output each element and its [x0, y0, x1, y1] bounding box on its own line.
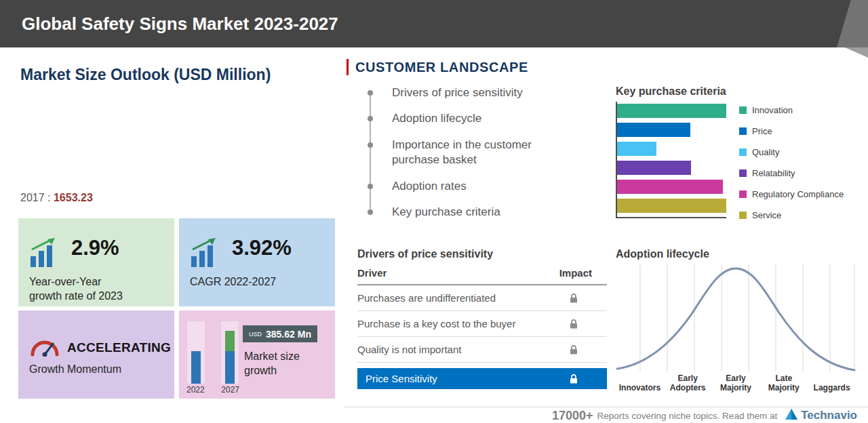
metric-cards: 2.9% Year-over-Year growth rate of 2023 … — [18, 218, 335, 399]
customer-landscape-list: Drivers of price sensitivity Adoption li… — [366, 85, 556, 231]
lock-icon — [569, 344, 578, 355]
page-title: Global Safety Signs Market 2023-2027 — [22, 14, 338, 35]
mini-bar-2027 — [225, 331, 235, 384]
legend-item: Relatability — [739, 166, 861, 180]
footer: 17000+ Reports covering niche topics. Re… — [552, 408, 857, 423]
yoy-label: Year-over-Year growth rate of 2023 — [29, 275, 123, 304]
mini-column-2027 — [221, 321, 239, 384]
mini-bar-2022 — [191, 351, 201, 384]
header-decoration-band — [837, 0, 868, 47]
legend-item: Price — [739, 124, 861, 138]
report-count: 17000+ — [552, 409, 593, 423]
infographic-page: Global Safety Signs Market 2023-2027 Mar… — [0, 0, 868, 423]
badge-amount: 385.62 Mn — [266, 329, 311, 340]
kpc-bar-innovation — [617, 104, 726, 118]
kpc-bar-quality — [617, 142, 656, 156]
header-decoration-triangle — [845, 47, 868, 58]
legend-item: Service — [739, 208, 861, 222]
table-row: Purchase is a key cost to the buyer — [357, 311, 607, 337]
stage-label: Innovators — [616, 384, 664, 393]
legend-swatch-icon — [739, 190, 747, 198]
mini-column-2022 — [187, 321, 205, 384]
legend-swatch-icon — [739, 127, 747, 135]
list-item: Adoption rates — [366, 179, 556, 194]
table-row: Quality is not important — [357, 337, 607, 363]
growth-amount-badge: USD 385.62 Mn — [243, 325, 317, 342]
stage-label: EarlyMajority — [712, 374, 760, 393]
bullet-dot-icon — [368, 90, 373, 96]
lock-icon — [569, 374, 578, 384]
adoption-lifecycle-curve — [616, 263, 856, 373]
cagr-label: CAGR 2022-2027 — [190, 275, 276, 289]
stage-label: EarlyAdopters — [664, 374, 712, 393]
triangle-logo-icon — [785, 409, 797, 422]
legend-label: Price — [752, 126, 772, 136]
header-bar: Global Safety Signs Market 2023-2027 — [0, 0, 868, 47]
key-purchase-criteria-chart — [616, 102, 726, 218]
technavio-logo[interactable]: Technavio — [785, 409, 857, 422]
customer-landscape-title: CUSTOMER LANDSCAPE — [355, 60, 528, 75]
base-year-amount: 1653.23 — [54, 192, 93, 203]
base-year-label: 2017 — [20, 192, 45, 203]
year-start-label: 2022 — [186, 385, 205, 395]
market-size-mini-chart — [186, 319, 240, 384]
bullet-dot-icon — [368, 116, 373, 121]
bar-chart-up-arrow-icon — [29, 237, 64, 271]
footer-text: Reports covering niche topics. Read them… — [597, 411, 778, 421]
red-accent-bar — [347, 59, 349, 75]
price-sensitivity-title: Drivers of price sensitivity — [357, 248, 493, 260]
yoy-value: 2.9% — [71, 236, 119, 260]
legend-item: Quality — [739, 145, 861, 159]
legend-label: Regulatory Compliance — [752, 189, 844, 199]
brand-name: Technavio — [801, 409, 857, 422]
kpc-bar-price — [617, 123, 690, 137]
mini-bar-2027-green — [225, 331, 235, 351]
price-sensitivity-table: Driver Impact Purchases are undifferenti… — [357, 267, 607, 389]
yoy-growth-card: 2.9% Year-over-Year growth rate of 2023 — [18, 218, 174, 306]
legend-item: Innovation — [739, 103, 861, 117]
kpc-bar-regulatory-compliance — [617, 180, 723, 194]
momentum-label: Growth Momentum — [29, 363, 121, 376]
column-impact: Impact — [559, 267, 592, 279]
legend-swatch-icon — [739, 169, 747, 177]
legend-swatch-icon — [739, 148, 747, 156]
badge-currency: USD — [249, 331, 262, 338]
bar-chart-up-arrow-icon — [190, 237, 225, 271]
base-year-value: 2017 : 1653.23 — [20, 192, 93, 204]
cagr-card: 3.92% CAGR 2022-2027 — [179, 218, 335, 306]
momentum-value: ACCELERATING — [67, 340, 171, 355]
market-size-growth-card: 2022 2027 USD 385.62 Mn Market size grow… — [179, 310, 335, 399]
bullet-dot-icon — [368, 184, 373, 189]
list-item: Adoption lifecycle — [366, 111, 556, 126]
legend-item: Regulatory Compliance — [739, 187, 861, 201]
mini-chart-years: 2022 2027 — [186, 385, 240, 395]
bullet-dot-icon — [368, 142, 373, 148]
stage-label: Laggards — [808, 384, 856, 393]
speedometer-gauge-icon — [29, 336, 60, 359]
adoption-lifecycle-title: Adoption lifecycle — [616, 248, 709, 260]
cagr-value: 3.92% — [232, 236, 292, 260]
column-driver: Driver — [357, 267, 387, 279]
stage-label: LateMajority — [760, 374, 808, 393]
legend-swatch-icon — [739, 106, 747, 114]
key-purchase-criteria-legend: InnovationPriceQualityRelatabilityRegula… — [739, 103, 861, 229]
kpc-bar-service — [617, 199, 726, 213]
list-item: Key purchase criteria — [366, 205, 556, 220]
adoption-lifecycle-stage-labels: Innovators EarlyAdopters EarlyMajority L… — [616, 373, 856, 393]
legend-label: Relatability — [752, 168, 795, 178]
mini-bar-2027-blue — [225, 351, 235, 384]
list-item: Importance in the customer purchase bask… — [366, 138, 556, 168]
lock-icon — [569, 319, 578, 329]
base-year-separator: : — [47, 192, 54, 203]
footer-divider — [344, 407, 868, 407]
legend-label: Service — [752, 210, 781, 220]
growth-momentum-card: ACCELERATING Growth Momentum — [18, 310, 174, 399]
market-size-outlook-title: Market Size Outlook (USD Million) — [20, 66, 271, 84]
price-sensitivity-highlight-row: Price Sensitivity — [357, 368, 607, 389]
legend-label: Innovation — [752, 105, 793, 115]
lock-icon — [569, 293, 578, 304]
legend-swatch-icon — [739, 212, 747, 219]
legend-label: Quality — [752, 147, 779, 157]
bullet-dot-icon — [368, 209, 373, 215]
key-purchase-criteria-title: Key purchase criteria — [616, 85, 726, 98]
